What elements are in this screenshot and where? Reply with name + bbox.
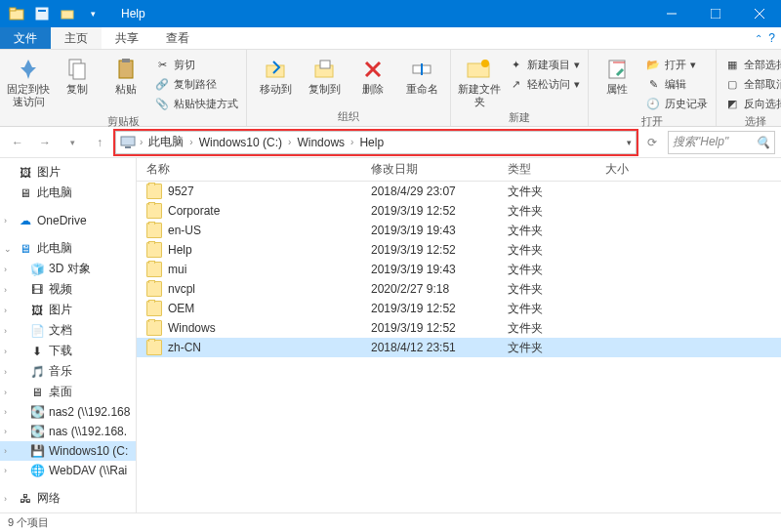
pictures-icon: 🖼 — [18, 165, 33, 181]
nav-music[interactable]: ›🎵音乐 — [0, 361, 136, 382]
folder-icon — [146, 340, 162, 355]
chevron-right-icon[interactable]: › — [349, 137, 355, 147]
nav-cdrive[interactable]: ›💾Windows10 (C: — [0, 441, 136, 461]
copypath-button[interactable]: 🔗复制路径 — [152, 75, 240, 93]
address-dropdown-icon[interactable]: ▾ — [627, 138, 632, 147]
easyaccess-button[interactable]: ↗轻松访问 ▾ — [506, 75, 582, 93]
qat-newfolder-icon[interactable] — [57, 3, 78, 24]
history-button[interactable]: 🕘历史记录 — [643, 95, 710, 112]
col-name[interactable]: 名称 — [137, 161, 361, 178]
selectall-button[interactable]: ▦全部选择 — [722, 56, 781, 73]
qat-properties-icon[interactable] — [31, 3, 53, 24]
chevron-right-icon[interactable]: › — [187, 137, 194, 147]
file-row[interactable]: nvcpl2020/2/27 9:18文件夹 — [137, 279, 781, 299]
delete-button[interactable]: 删除 — [350, 54, 395, 96]
expand-icon[interactable]: › — [4, 446, 7, 456]
newfolder-button[interactable]: 新建文件夹 — [457, 54, 502, 108]
nav-pictures[interactable]: 🖼图片 — [0, 162, 136, 183]
nav-pics[interactable]: ›🖼图片 — [0, 300, 136, 320]
file-row[interactable]: Corporate2019/3/19 12:52文件夹 — [137, 201, 781, 221]
expand-icon[interactable]: › — [4, 407, 7, 417]
nav-nas2[interactable]: ›💽nas2 (\\192.168 — [0, 402, 136, 422]
column-headers: 名称 修改日期 类型 大小 — [137, 158, 781, 182]
videos-icon: 🎞 — [29, 282, 45, 298]
nav-downloads[interactable]: ›⬇下载 — [0, 341, 136, 361]
forward-button[interactable]: → — [33, 131, 57, 154]
nav-desktop[interactable]: ›🖥桌面 — [0, 382, 136, 402]
expand-icon[interactable]: › — [4, 494, 7, 504]
expand-icon[interactable]: › — [4, 427, 7, 436]
chevron-right-icon[interactable]: › — [286, 137, 293, 147]
pin-button[interactable]: 固定到快速访问 — [6, 54, 51, 108]
file-row[interactable]: 95272018/4/29 23:07文件夹 — [137, 182, 781, 201]
expand-icon[interactable]: › — [4, 285, 7, 295]
expand-icon[interactable]: › — [4, 306, 7, 315]
nav-thispc[interactable]: ⌄🖥此电脑 — [0, 238, 136, 259]
collapse-icon[interactable]: ⌄ — [4, 244, 12, 254]
file-name: Windows — [168, 321, 216, 335]
file-row[interactable]: OEM2019/3/19 12:52文件夹 — [137, 299, 781, 318]
ribbon-collapse-icon[interactable]: ⌃ — [755, 33, 762, 44]
newitem-button[interactable]: ✦新建项目 ▾ — [506, 56, 582, 73]
expand-icon[interactable]: › — [4, 265, 7, 274]
file-row[interactable]: en-US2019/3/19 19:43文件夹 — [137, 221, 781, 240]
chevron-right-icon[interactable]: › — [138, 137, 144, 147]
file-row[interactable]: Windows2019/3/19 12:52文件夹 — [137, 318, 781, 338]
moveto-button[interactable]: 移动到 — [253, 54, 298, 96]
breadcrumb-segment[interactable]: 此电脑 — [146, 134, 185, 150]
pc-icon: 🖥 — [18, 241, 33, 257]
help-icon[interactable]: ? — [768, 31, 775, 45]
expand-icon[interactable]: › — [4, 216, 7, 225]
col-type[interactable]: 类型 — [498, 161, 596, 178]
expand-icon[interactable]: › — [4, 347, 7, 356]
selectnone-button[interactable]: ▢全部取消 — [722, 75, 781, 93]
qat-dropdown-icon[interactable]: ▾ — [82, 3, 103, 24]
tab-view[interactable]: 查看 — [152, 27, 203, 49]
rename-button[interactable]: 重命名 — [399, 54, 444, 96]
invert-button[interactable]: ◩反向选择 — [722, 95, 781, 112]
edit-button[interactable]: ✎编辑 — [643, 75, 710, 93]
tab-share[interactable]: 共享 — [102, 27, 152, 49]
copy-button[interactable]: 复制 — [55, 54, 100, 96]
open-button[interactable]: 📂打开 ▾ — [643, 56, 710, 73]
file-row[interactable]: Help2019/3/19 12:52文件夹 — [137, 240, 781, 260]
col-size[interactable]: 大小 — [596, 161, 674, 178]
svg-rect-3 — [38, 10, 46, 12]
tab-file[interactable]: 文件 — [0, 27, 51, 49]
cut-button[interactable]: ✂剪切 — [152, 56, 240, 73]
refresh-button[interactable]: ⟳ — [640, 131, 664, 154]
breadcrumb-segment[interactable]: Help — [357, 136, 386, 149]
close-button[interactable] — [737, 0, 781, 27]
search-input[interactable]: 搜索"Help"🔍 — [668, 131, 775, 154]
file-row[interactable]: mui2019/3/19 19:43文件夹 — [137, 260, 781, 279]
expand-icon[interactable]: › — [4, 367, 7, 377]
newfolder-icon — [464, 56, 495, 83]
nav-webdav[interactable]: ›🌐WebDAV (\\Rai — [0, 461, 136, 480]
minimize-button[interactable] — [649, 0, 693, 27]
breadcrumb[interactable]: › 此电脑 › Windows10 (C:) › Windows › Help … — [115, 131, 637, 154]
recent-dropdown[interactable]: ▾ — [61, 131, 84, 154]
col-date[interactable]: 修改日期 — [361, 161, 498, 178]
paste-button[interactable]: 粘贴 — [103, 54, 148, 96]
expand-icon[interactable]: › — [4, 466, 7, 475]
nav-videos[interactable]: ›🎞视频 — [0, 279, 136, 300]
copyto-button[interactable]: 复制到 — [302, 54, 347, 96]
up-button[interactable]: ↑ — [88, 131, 111, 154]
breadcrumb-segment[interactable]: Windows — [295, 136, 347, 149]
expand-icon[interactable]: › — [4, 326, 7, 336]
nav-thispc-quick[interactable]: 🖥此电脑 — [0, 183, 136, 203]
maximize-button[interactable] — [693, 0, 737, 27]
nav-docs[interactable]: ›📄文档 — [0, 320, 136, 341]
expand-icon[interactable]: › — [4, 388, 7, 397]
selectall-icon: ▦ — [724, 57, 740, 72]
tab-home[interactable]: 主页 — [51, 27, 102, 49]
file-row[interactable]: zh-CN2018/4/12 23:51文件夹 — [137, 338, 781, 357]
nav-network[interactable]: ›🖧网络 — [0, 488, 136, 509]
paste-shortcut-button[interactable]: 📎粘贴快捷方式 — [152, 95, 240, 112]
nav-nas[interactable]: ›💽nas (\\192.168. — [0, 422, 136, 441]
breadcrumb-segment[interactable]: Windows10 (C:) — [197, 136, 284, 149]
nav-3d[interactable]: ›🧊3D 对象 — [0, 259, 136, 279]
nav-onedrive[interactable]: ›☁OneDrive — [0, 211, 136, 230]
back-button[interactable]: ← — [6, 131, 29, 154]
properties-button[interactable]: 属性 — [595, 54, 639, 96]
